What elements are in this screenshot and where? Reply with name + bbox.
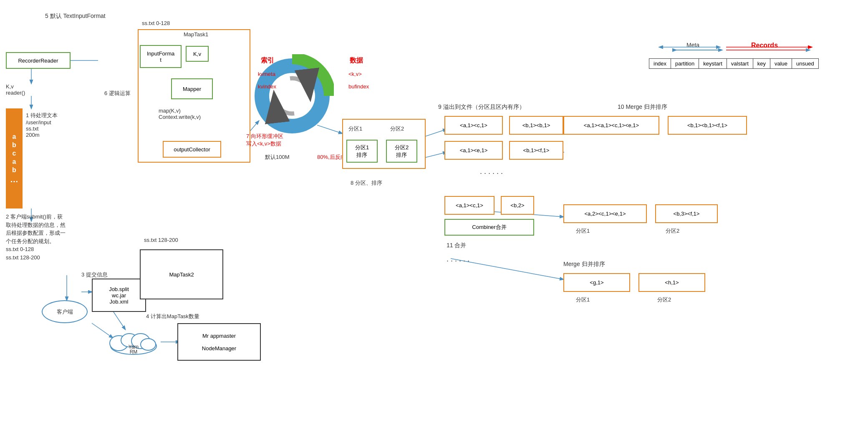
orange-bar: abcab… [6,108,23,208]
circular-buffer-svg [250,54,334,138]
merge2-p2-label: 分区2 [666,227,679,235]
svg-point-29 [141,339,156,350]
merge2-box2: <b,3><f,1> [655,204,718,223]
dots2: · · · · · · [447,256,469,265]
output-collector-label: outputCollector [174,146,210,153]
merge-box1: <a,1><a,1><c,1><e,1> [563,116,659,135]
spill-box2: <b,1><b,1> [509,116,563,135]
kv-data-label: <k,v> [348,71,362,77]
merge3-p1-label: 分区1 [576,296,590,304]
p1-sort-box: 分区1排序 [346,140,378,163]
job-split-box: Job.splitwc.jarJob.xml [92,279,146,312]
index-label: 索引 [261,56,274,65]
table-cell-partition: partition [671,59,699,69]
step1-text: 1 待处理文本/user/inputss.txt200m [26,112,58,138]
spill-box4: <b,1><f,1> [509,141,563,160]
meta-table: index partition keystart valstart key va… [649,58,819,69]
merge-box2: <b,1><b,1><f,1> [668,116,747,135]
table-cell-index: index [649,59,671,69]
table-cell-unsued: unsued [792,59,819,69]
kvmeta-label: kvmeta [258,71,275,77]
maptask1-label: MapTask1 [184,31,208,38]
job-split-label: Job.splitwc.jarJob.xml [109,286,129,305]
combiner-label: Combiner合并 [472,224,506,231]
p2-label: 分区2 [390,125,404,133]
merge3-box2-label: <h,1> [665,279,679,286]
step3-label: 3 提交信息 [81,271,108,279]
merge3-box1: <g,1> [563,273,630,292]
bufindex-label: bufindex [348,83,369,90]
spill-box1-label: <a,1><c,1> [460,122,487,128]
recorder-reader-label: RecorderReader [18,58,58,64]
combiner-box1: <a,1><c,1> [444,196,495,215]
sstxt-128-label: ss.txt 128-200 [144,237,178,243]
p2-sort-label: 分区2排序 [395,144,409,159]
mapper-box: Mapper [171,78,213,99]
percent80-label: 80%,后反向 [317,153,346,161]
merge3-box1-label: <g,1> [590,279,603,286]
merge3-title: Merge 归并排序 [563,261,605,268]
dots1: · · · · · · [480,169,503,178]
sstxt-label: ss.txt 0-128 [142,20,170,26]
p1-sort-label: 分区1排序 [355,144,369,159]
step7-label: 7 向环形缓冲区写入<k,v>数据 [246,133,283,148]
mr-appmaster-label: Mr appmasterNodeManager [202,333,236,352]
input-format-box: InputFormat [140,45,182,68]
maptask2-label: MapTask2 [169,271,194,278]
merge2-box2-label: <b,3><f,1> [674,211,700,217]
p1-label: 分区1 [348,125,362,133]
combiner-box1-label: <a,1><c,1> [456,202,483,208]
diagram-container: 5 默认 TextInputFormat ss.txt 0-128 MapTas… [0,0,868,437]
p2-sort-box: 分区2排序 [386,140,417,163]
spill-box4-label: <b,1><f,1> [523,147,550,153]
kvindex-label: kvindex [258,83,276,90]
step6-label: 6 逻辑运算 [104,90,131,97]
step10-label: 10 Merge 归并排序 [618,103,667,111]
table-cell-key: key [753,59,770,69]
kv-label: K,v [193,51,201,57]
step9-label: 9 溢出到文件（分区且区内有序） [438,103,525,111]
combiner-box2-label: <b,2> [510,202,524,208]
yarn-rm-cloud: Yarn RM [106,329,161,356]
client-label: 客户端 [57,308,73,316]
kv-box: K,v [186,46,209,62]
mapper-label: Mapper [183,86,201,92]
map-context-label: map(K,v)Context.write(k,v) [159,108,201,120]
merge3-p2-label: 分区2 [657,296,671,304]
client-ellipse: 客户端 [42,300,88,323]
merge2-box1-label: <a,2><c,1><e,1> [584,211,626,217]
merge-box1-label: <a,1><a,1><c,1><e,1> [584,122,639,128]
table-cell-value: value [770,59,792,69]
step5-label: 5 默认 TextInputFormat [45,13,106,20]
maptask2-box: MapTask2 [140,249,223,299]
merge2-p1-label: 分区1 [576,227,590,235]
data-label: 数据 [350,56,363,65]
step11-label: 11 合并 [447,242,466,249]
input-format-label: InputFormat [147,50,174,63]
table-cell-keystart: keystart [699,59,727,69]
svg-text:RM: RM [130,349,138,355]
combiner-label-box: Combiner合并 [444,219,534,236]
table-cell-valstart: valstart [727,59,753,69]
default100m-label: 默认100M [265,153,290,161]
meta-arrow-svg [651,40,818,56]
step2-text: 2 客户端submit()前，获取待处理数据的信息，然后根据参数配置，形成一个任… [6,213,110,261]
recorder-reader-box: RecorderReader [6,52,71,69]
step8-label: 8 分区、排序 [351,179,382,187]
merge-box2-label: <b,1><b,1><f,1> [687,122,727,128]
spill-box2-label: <b,1><b,1> [522,122,550,128]
merge3-box2: <h,1> [638,273,705,292]
output-collector-box: outputCollector [163,141,221,158]
spill-box3: <a,1><e,1> [444,141,503,160]
mr-appmaster-box: Mr appmasterNodeManager [177,323,261,361]
step4-label: 4 计算出MapTask数量 [146,313,199,320]
kv-reader-label: K,vreader() [6,83,25,96]
combiner-box2: <b,2> [501,196,534,215]
spill-box3-label: <a,1><e,1> [460,147,488,153]
merge2-box1: <a,2><c,1><e,1> [563,204,647,223]
spill-box1: <a,1><c,1> [444,116,503,135]
